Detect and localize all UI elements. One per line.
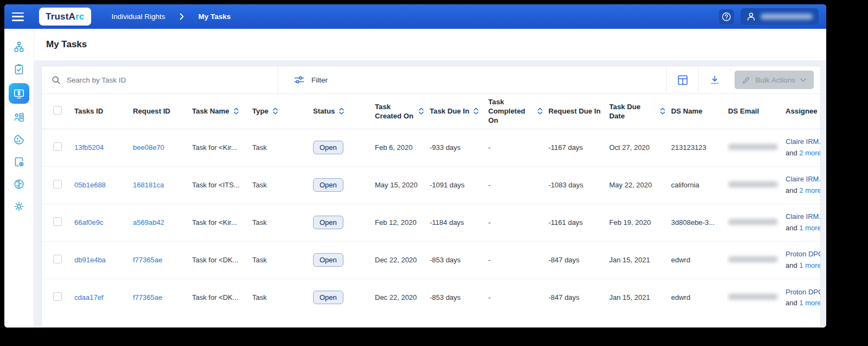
column-header[interactable]: Task Completed On (487, 94, 547, 129)
trustarc-logo[interactable]: TrustArc (39, 8, 91, 26)
sort-icon[interactable] (233, 107, 239, 115)
task-due-in-cell: -853 days (430, 256, 461, 264)
sort-icon[interactable] (418, 107, 424, 115)
left-sidebar (4, 29, 34, 328)
assignee-more-link[interactable]: 1 more (799, 299, 820, 307)
ds-email-redacted (728, 294, 778, 300)
request-id-link[interactable]: 168181ca (133, 181, 164, 189)
task-due-in-cell: -933 days (430, 143, 461, 152)
row-checkbox[interactable] (53, 142, 62, 151)
row-checkbox[interactable] (53, 217, 62, 226)
table-header-row: Tasks IDRequest IDTask NameTypeStatusTas… (42, 94, 820, 129)
assignee-more-link[interactable]: 1 more (799, 224, 820, 232)
column-header[interactable]: Task Due Date (608, 94, 670, 129)
table-row[interactable]: 05b1e688 168181ca Task for <ITS... Task … (42, 166, 820, 204)
select-all-checkbox[interactable] (53, 106, 62, 115)
task-created-on-cell: Dec 22, 2020 (375, 293, 417, 301)
tasks-table-card: Filter Bulk Actions (41, 66, 821, 328)
task-name-cell: Task for <Kir... (192, 143, 237, 152)
task-name-cell: Task for <ITS... (192, 181, 240, 189)
ds-name-cell: edwrd (671, 293, 690, 301)
column-header[interactable]: Status (312, 94, 374, 129)
assignee-link[interactable]: Proton DPO (786, 250, 820, 258)
table-row[interactable]: 13fb5204 bee08e70 Task for <Kir... Task … (42, 129, 820, 166)
task-completed-on-cell: - (488, 256, 490, 264)
column-header[interactable]: Type (251, 94, 312, 129)
sort-icon[interactable] (339, 107, 344, 115)
filter-icon (294, 76, 304, 84)
tasks-table-wrap: Tasks IDRequest IDTask NameTypeStatusTas… (42, 94, 820, 327)
sort-icon[interactable] (473, 107, 479, 115)
row-checkbox[interactable] (53, 292, 62, 301)
table-row[interactable]: db91e4ba f77365ae Task for <DK... Task O… (42, 241, 820, 279)
column-header[interactable]: Task Due In (429, 94, 487, 129)
column-header[interactable]: Task Name (191, 94, 251, 129)
task-created-on-cell: Dec 22, 2020 (375, 256, 417, 264)
download-icon (710, 76, 719, 85)
chevron-down-icon (800, 78, 806, 82)
download-button[interactable] (699, 76, 730, 85)
hierarchy-icon[interactable] (12, 41, 25, 54)
task-id-link[interactable]: db91e4ba (74, 256, 106, 264)
document-settings-icon[interactable] (12, 155, 25, 168)
request-id-link[interactable]: f77365ae (133, 293, 162, 301)
request-due-in-cell: -1167 days (548, 143, 583, 152)
request-id-link[interactable]: a569ab42 (133, 218, 164, 227)
page-title: My Tasks (46, 39, 87, 50)
request-due-in-cell: -847 days (548, 293, 579, 301)
column-header[interactable]: Task Created On (374, 94, 429, 129)
column-header: Request ID (132, 94, 191, 129)
column-header-label: Task Due In (430, 106, 469, 116)
user-name-redacted (761, 14, 813, 20)
search-input[interactable] (67, 76, 246, 84)
request-id-link[interactable]: f77365ae (133, 256, 162, 264)
settings-icon[interactable] (12, 200, 25, 213)
sort-icon[interactable] (660, 107, 666, 115)
question-circle-icon (722, 12, 731, 22)
task-id-link[interactable]: 05b1e688 (74, 181, 106, 189)
user-menu-button[interactable] (741, 8, 819, 25)
column-header-label: Task Completed On (488, 97, 533, 125)
task-assignment-icon[interactable] (9, 83, 29, 104)
type-cell: Task (252, 181, 267, 189)
cookie-icon[interactable] (12, 133, 25, 146)
assignee-more-link[interactable]: 1 more (799, 261, 820, 269)
help-button[interactable] (719, 9, 734, 24)
hamburger-menu-icon[interactable] (12, 12, 24, 21)
task-due-in-cell: -1184 days (430, 218, 464, 227)
assignee-link[interactable]: Claire IRM.. (786, 175, 820, 183)
assignee-link[interactable]: Claire IRM.. (786, 212, 820, 221)
column-header: Assignee (784, 94, 820, 129)
assignee-link[interactable]: Proton DPO (786, 288, 820, 296)
row-checkbox[interactable] (53, 180, 62, 188)
breadcrumb-parent[interactable]: Individual Rights (112, 12, 165, 21)
status-badge: Open (313, 253, 343, 267)
search-icon (52, 76, 61, 85)
table-row[interactable]: cdaa17ef f77365ae Task for <DK... Task O… (42, 279, 820, 316)
column-settings-button[interactable] (667, 75, 698, 85)
ds-email-redacted (728, 256, 778, 262)
assignee-link[interactable]: Claire IRM.. (786, 137, 820, 146)
assignee-more-link[interactable]: 2 more (799, 149, 820, 157)
search-zone (42, 66, 278, 93)
person-record-icon[interactable] (12, 111, 25, 124)
request-id-link[interactable]: bee08e70 (133, 143, 164, 152)
row-checkbox[interactable] (53, 255, 62, 263)
task-created-on-cell: May 15, 2020 (375, 181, 418, 189)
bulk-actions-button[interactable]: Bulk Actions (735, 71, 814, 89)
sort-icon[interactable] (537, 107, 543, 115)
assignee-more-link[interactable]: 2 more (799, 186, 820, 194)
task-due-date-cell: May 22, 2020 (609, 181, 652, 189)
type-cell: Task (252, 218, 267, 227)
column-header-label: Task Created On (375, 102, 414, 121)
filter-button[interactable]: Filter (278, 76, 666, 84)
brain-icon[interactable] (12, 178, 25, 191)
task-id-link[interactable]: 66af0e9c (74, 218, 104, 227)
sort-icon[interactable] (272, 107, 278, 115)
select-all-header[interactable] (42, 94, 73, 129)
task-created-on-cell: Feb 12, 2020 (375, 218, 417, 227)
task-id-link[interactable]: 13fb5204 (74, 143, 104, 152)
task-id-link[interactable]: cdaa17ef (74, 293, 104, 301)
table-row[interactable]: 66af0e9c a569ab42 Task for <Kir... Task … (42, 204, 820, 241)
clipboard-check-icon[interactable] (12, 63, 25, 76)
